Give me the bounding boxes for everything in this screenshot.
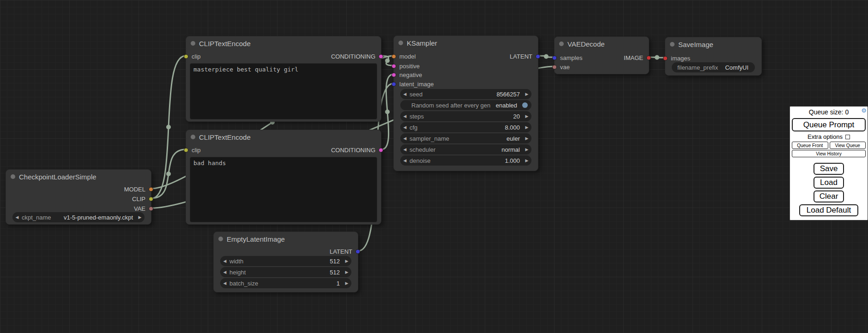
- latent-input-dot[interactable]: [392, 82, 396, 86]
- latent-output-dot[interactable]: [356, 249, 360, 254]
- increment-arrow-icon[interactable]: ▶: [522, 158, 531, 163]
- increment-arrow-icon[interactable]: ▶: [522, 147, 531, 152]
- link-midpoint-dot[interactable]: [385, 110, 390, 114]
- input-slot-positive[interactable]: positive: [392, 63, 420, 70]
- load-default-button[interactable]: Load Default: [799, 204, 858, 216]
- increment-arrow-icon[interactable]: ▶: [342, 281, 351, 285]
- widget-random-seed-toggle[interactable]: Random seed after every gen enabled: [400, 100, 531, 110]
- widget-ckpt-name[interactable]: ◀ ckpt_name v1-5-pruned-emaonly.ckpt ▶: [12, 212, 145, 222]
- link-midpoint-dot[interactable]: [655, 55, 659, 60]
- input-slot-latent-image[interactable]: latent_image: [392, 81, 434, 88]
- model-output-dot[interactable]: [149, 187, 153, 191]
- decrement-arrow-icon[interactable]: ◀: [12, 215, 22, 220]
- link-midpoint-dot[interactable]: [166, 172, 171, 176]
- collapse-dot-icon[interactable]: [191, 135, 195, 139]
- image-output-dot[interactable]: [646, 55, 651, 60]
- widget-height[interactable]: ◀ height 512 ▶: [220, 267, 351, 277]
- node-empty-latent-image[interactable]: EmptyLatentImage LATENT ◀ width 512 ▶ ◀ …: [213, 232, 358, 292]
- node-checkpoint-loader-simple[interactable]: CheckpointLoaderSimple MODEL CLIP VAE ◀ …: [6, 169, 151, 225]
- output-slot-clip[interactable]: CLIP: [132, 196, 153, 202]
- node-title-bar[interactable]: CLIPTextEncode: [186, 36, 381, 50]
- increment-arrow-icon[interactable]: ▶: [522, 125, 531, 130]
- vae-input-dot[interactable]: [552, 65, 557, 69]
- input-slot-images[interactable]: images: [663, 55, 690, 62]
- widget-sampler-name[interactable]: ◀ sampler_name euler ▶: [400, 133, 531, 143]
- node-save-image[interactable]: SaveImage images filename_prefix ComfyUI: [665, 37, 762, 76]
- settings-gear-icon[interactable]: ⚙: [861, 107, 867, 113]
- output-slot-latent[interactable]: LATENT: [330, 248, 360, 255]
- collapse-dot-icon[interactable]: [559, 42, 564, 46]
- node-clip-text-encode-negative[interactable]: CLIPTextEncode clip CONDITIONING bad han…: [186, 130, 381, 225]
- output-slot-conditioning[interactable]: CONDITIONING: [331, 53, 383, 60]
- queue-front-button[interactable]: Queue Front: [792, 142, 828, 149]
- queue-prompt-button[interactable]: Queue Prompt: [792, 118, 866, 131]
- widget-seed[interactable]: ◀ seed 8566257 ▶: [400, 89, 531, 99]
- input-slot-clip[interactable]: clip: [184, 53, 201, 60]
- node-vae-decode[interactable]: VAEDecode samples vae IMAGE: [554, 36, 649, 74]
- input-slot-negative[interactable]: negative: [392, 71, 422, 78]
- link-midpoint-dot[interactable]: [544, 54, 549, 59]
- widget-filename-prefix[interactable]: filename_prefix ComfyUI: [672, 62, 755, 72]
- collapse-dot-icon[interactable]: [218, 237, 223, 241]
- decrement-arrow-icon[interactable]: ◀: [400, 147, 410, 152]
- widget-steps[interactable]: ◀ steps 20 ▶: [400, 111, 531, 121]
- vae-output-dot[interactable]: [149, 206, 153, 211]
- node-title-bar[interactable]: VAEDecode: [555, 37, 649, 51]
- view-queue-button[interactable]: View Queue: [830, 142, 866, 149]
- node-title-bar[interactable]: CLIPTextEncode: [186, 130, 381, 144]
- extra-options-checkbox[interactable]: [845, 135, 850, 139]
- link-midpoint-dot[interactable]: [385, 59, 390, 63]
- widget-denoise[interactable]: ◀ denoise 1.000 ▶: [400, 155, 531, 166]
- node-clip-text-encode-positive[interactable]: CLIPTextEncode clip CONDITIONING masterp…: [186, 36, 381, 122]
- prompt-textarea[interactable]: bad hands: [190, 157, 377, 222]
- input-slot-samples[interactable]: samples: [552, 54, 582, 61]
- conditioning-output-dot[interactable]: [379, 148, 383, 152]
- input-slot-vae[interactable]: vae: [552, 64, 570, 71]
- node-title-bar[interactable]: KSampler: [394, 36, 538, 50]
- increment-arrow-icon[interactable]: ▶: [522, 114, 531, 119]
- widget-cfg[interactable]: ◀ cfg 8.000 ▶: [400, 122, 531, 132]
- latent-input-dot[interactable]: [552, 55, 557, 60]
- decrement-arrow-icon[interactable]: ◀: [220, 281, 229, 285]
- prompt-textarea[interactable]: masterpiece best quality girl: [190, 63, 377, 119]
- increment-arrow-icon[interactable]: ▶: [522, 92, 531, 96]
- conditioning-output-dot[interactable]: [379, 54, 383, 59]
- collapse-dot-icon[interactable]: [670, 42, 675, 47]
- node-title-bar[interactable]: CheckpointLoaderSimple: [6, 170, 151, 184]
- load-button[interactable]: Load: [814, 177, 844, 189]
- clip-input-dot[interactable]: [184, 148, 188, 152]
- input-slot-model[interactable]: model: [392, 53, 416, 60]
- decrement-arrow-icon[interactable]: ◀: [400, 125, 410, 130]
- clip-input-dot[interactable]: [184, 54, 188, 59]
- output-slot-conditioning[interactable]: CONDITIONING: [331, 147, 383, 154]
- input-slot-clip[interactable]: clip: [184, 147, 201, 154]
- output-slot-latent[interactable]: LATENT: [510, 53, 540, 60]
- view-history-button[interactable]: View History: [792, 150, 866, 157]
- increment-arrow-icon[interactable]: ▶: [342, 259, 351, 263]
- increment-arrow-icon[interactable]: ▶: [342, 270, 351, 274]
- clear-button[interactable]: Clear: [814, 190, 844, 202]
- output-slot-vae[interactable]: VAE: [134, 205, 153, 212]
- decrement-arrow-icon[interactable]: ◀: [400, 136, 410, 141]
- increment-arrow-icon[interactable]: ▶: [522, 136, 531, 141]
- decrement-arrow-icon[interactable]: ◀: [400, 92, 410, 96]
- model-input-dot[interactable]: [392, 54, 396, 59]
- conditioning-input-dot[interactable]: [392, 72, 396, 77]
- decrement-arrow-icon[interactable]: ◀: [400, 158, 410, 163]
- widget-batch-size[interactable]: ◀ batch_size 1 ▶: [220, 278, 351, 288]
- node-title-bar[interactable]: EmptyLatentImage: [214, 232, 358, 246]
- node-ksampler[interactable]: KSampler model positive negative latent_…: [393, 36, 538, 171]
- graph-canvas[interactable]: CheckpointLoaderSimple MODEL CLIP VAE ◀ …: [0, 0, 868, 333]
- seed-toggle-icon[interactable]: [522, 102, 528, 108]
- widget-width[interactable]: ◀ width 512 ▶: [220, 256, 351, 266]
- collapse-dot-icon[interactable]: [191, 41, 195, 46]
- node-title-bar[interactable]: SaveImage: [665, 37, 761, 51]
- image-input-dot[interactable]: [663, 56, 668, 60]
- collapse-dot-icon[interactable]: [11, 174, 15, 179]
- clip-output-dot[interactable]: [149, 196, 153, 201]
- save-button[interactable]: Save: [814, 163, 844, 175]
- output-slot-model[interactable]: MODEL: [124, 186, 153, 193]
- collapse-dot-icon[interactable]: [398, 41, 403, 45]
- conditioning-input-dot[interactable]: [392, 64, 396, 68]
- widget-scheduler[interactable]: ◀ scheduler normal ▶: [400, 144, 531, 155]
